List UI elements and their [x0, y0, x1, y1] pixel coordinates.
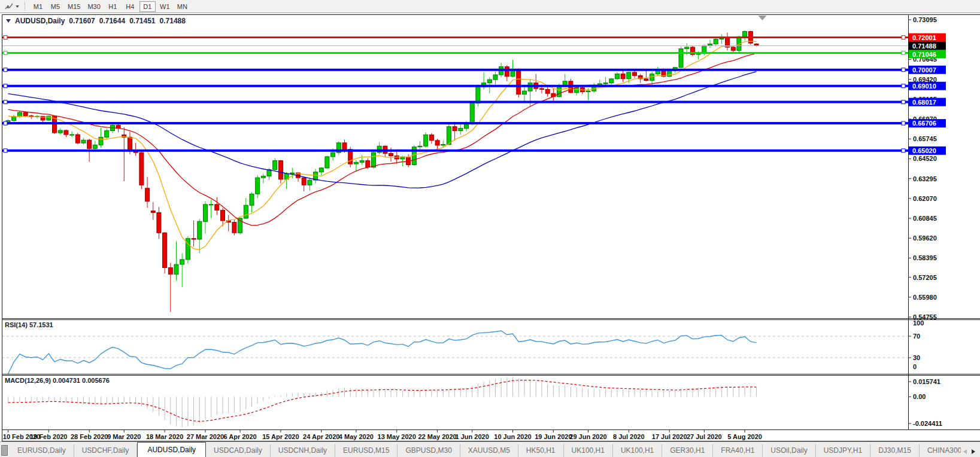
trading-terminal: M1 M5 M15 M30 H1 H4 D1 W1 MN 0.730950.71… — [0, 0, 980, 457]
tab-uk100-h1[interactable]: UK100,H1 — [564, 444, 613, 457]
svg-text:0.62070: 0.62070 — [913, 195, 937, 202]
svg-text:19 Jun 2020: 19 Jun 2020 — [535, 433, 572, 440]
tab-gbpusd-m30[interactable]: GBPUSD,M30 — [398, 444, 460, 457]
ohlc-high: 0.71644 — [99, 17, 125, 25]
svg-text:27 Jul 2020: 27 Jul 2020 — [687, 433, 722, 440]
svg-text:18 Mar 2020: 18 Mar 2020 — [146, 433, 183, 440]
tabbar-corner-grip — [1, 445, 8, 456]
chart-cursor-tool[interactable] — [2, 2, 22, 11]
svg-text:27 Mar 2020: 27 Mar 2020 — [187, 433, 224, 440]
svg-text:24 Apr 2020: 24 Apr 2020 — [303, 433, 339, 440]
svg-text:0.57205: 0.57205 — [913, 274, 937, 281]
svg-text:19 Feb 2020: 19 Feb 2020 — [30, 433, 67, 440]
svg-text:0: 0 — [913, 363, 917, 370]
tab-ger30-h1[interactable]: GER30,H1 — [662, 444, 713, 457]
timeframe-h4-button[interactable]: H4 — [122, 1, 138, 12]
svg-text:29 Jun 2020: 29 Jun 2020 — [569, 433, 606, 440]
svg-text:0.60845: 0.60845 — [913, 215, 937, 222]
tab-xauusd-m5[interactable]: XAUUSD,M5 — [460, 444, 518, 457]
svg-text:100: 100 — [913, 319, 924, 327]
timeframe-mn-button[interactable]: MN — [174, 1, 190, 12]
svg-text:1 Jun 2020: 1 Jun 2020 — [456, 433, 489, 440]
svg-text:28 Feb 2020: 28 Feb 2020 — [71, 433, 108, 440]
tab-hk50-h1[interactable]: HK50,H1 — [518, 444, 564, 457]
svg-text:0.015741: 0.015741 — [913, 378, 940, 385]
tab-china300-h4[interactable]: CHINA300,H4 — [920, 444, 961, 457]
chart-title[interactable]: AUDUSD,Daily 0.71607 0.71644 0.71451 0.7… — [6, 17, 190, 25]
scroll-right-icon[interactable] — [972, 449, 975, 454]
toolbar-separator — [25, 2, 25, 11]
ohlc-open: 0.71607 — [69, 17, 95, 25]
scroll-left-icon[interactable] — [963, 449, 967, 454]
svg-text:30: 30 — [913, 354, 920, 361]
tab-dj30-m15[interactable]: DJ30,M15 — [870, 444, 920, 457]
timeframe-m5-button[interactable]: M5 — [47, 1, 63, 12]
tab-usdjpy-h1[interactable]: USDJPY,H1 — [816, 444, 870, 457]
symbol-tabbar: EURUSD,DailyUSDCHF,DailyAUDUSD,DailyUSDC… — [0, 441, 980, 457]
timeframe-m15-button[interactable]: M15 — [65, 1, 83, 12]
svg-text:0.63295: 0.63295 — [913, 175, 937, 182]
symbol-dropdown-icon — [6, 19, 11, 23]
svg-text:0.68017: 0.68017 — [912, 99, 936, 106]
timeframe-h1-button[interactable]: H1 — [105, 1, 121, 12]
tab-eurusd-m15[interactable]: EURUSD,M15 — [335, 444, 398, 457]
tab-uk100-h1[interactable]: UK100,H1 — [613, 444, 662, 457]
svg-text:0.65020: 0.65020 — [912, 147, 936, 154]
svg-text:0.73095: 0.73095 — [913, 16, 937, 23]
svg-text:5 Aug 2020: 5 Aug 2020 — [727, 433, 762, 440]
symbol-name: AUDUSD,Daily — [15, 17, 65, 25]
svg-text:17 Jul 2020: 17 Jul 2020 — [652, 433, 687, 440]
tab-audusd-daily[interactable]: AUDUSD,Daily — [137, 442, 206, 457]
tab-usdcad-daily[interactable]: USDCAD,Daily — [206, 444, 271, 457]
svg-text:8 Jul 2020: 8 Jul 2020 — [613, 433, 645, 440]
ohlc-low: 0.71451 — [129, 17, 155, 25]
timeframe-w1-button[interactable]: W1 — [157, 1, 173, 12]
svg-text:0.55980: 0.55980 — [913, 294, 937, 301]
chevron-down-icon — [16, 5, 19, 8]
timeframe-m1-button[interactable]: M1 — [30, 1, 46, 12]
timeframe-toolbar: M1 M5 M15 M30 H1 H4 D1 W1 MN — [0, 0, 980, 13]
svg-text:70: 70 — [913, 333, 920, 340]
tab-usdchf-daily[interactable]: USDCHF,Daily — [74, 444, 138, 457]
ohlc-close: 0.71488 — [160, 17, 186, 25]
crosshair-icon — [5, 2, 14, 11]
svg-text:0.58395: 0.58395 — [913, 254, 937, 261]
svg-text:0.70007: 0.70007 — [912, 66, 936, 74]
svg-text:6 Apr 2020: 6 Apr 2020 — [223, 433, 256, 440]
svg-text:0.65745: 0.65745 — [913, 135, 937, 142]
rsi-indicator-label: RSI(14) 57.1531 — [5, 321, 53, 328]
tab-scroll-arrows — [961, 449, 980, 457]
svg-text:10 Jun 2020: 10 Jun 2020 — [494, 433, 531, 440]
tab-eurusd-daily[interactable]: EURUSD,Daily — [10, 444, 74, 457]
svg-text:0.00: 0.00 — [913, 393, 926, 400]
svg-text:0.72001: 0.72001 — [912, 34, 936, 41]
timeframe-d1-button[interactable]: D1 — [139, 1, 156, 12]
chart-canvas[interactable]: 0.730950.718700.706450.694200.681950.669… — [0, 14, 980, 441]
svg-text:22 May 2020: 22 May 2020 — [418, 433, 456, 440]
macd-indicator-label: MACD(12,26,9) 0.004731 0.005676 — [5, 377, 110, 384]
symbol-tabs: EURUSD,DailyUSDCHF,DailyAUDUSD,DailyUSDC… — [10, 442, 961, 457]
tab-usoil-daily[interactable]: USOil,Daily — [763, 444, 815, 457]
svg-text:0.64520: 0.64520 — [913, 155, 937, 162]
svg-text:13 May 2020: 13 May 2020 — [378, 433, 416, 440]
svg-text:9 Mar 2020: 9 Mar 2020 — [107, 433, 141, 440]
svg-text:0.59620: 0.59620 — [913, 234, 937, 242]
svg-text:0.71488: 0.71488 — [912, 42, 936, 50]
timeframe-m30-button[interactable]: M30 — [84, 1, 103, 12]
svg-text:0.69010: 0.69010 — [912, 83, 936, 90]
svg-text:4 May 2020: 4 May 2020 — [339, 433, 374, 440]
svg-text:-0.024411: -0.024411 — [913, 420, 942, 427]
tab-fra40-h1[interactable]: FRA40,H1 — [713, 444, 763, 457]
svg-text:15 Apr 2020: 15 Apr 2020 — [262, 433, 299, 440]
tab-usdcnh-daily[interactable]: USDCNH,Daily — [271, 444, 335, 457]
svg-text:0.66706: 0.66706 — [912, 120, 936, 127]
chart-window: 0.730950.718700.706450.694200.681950.669… — [0, 14, 980, 441]
svg-text:0.71046: 0.71046 — [912, 51, 936, 58]
